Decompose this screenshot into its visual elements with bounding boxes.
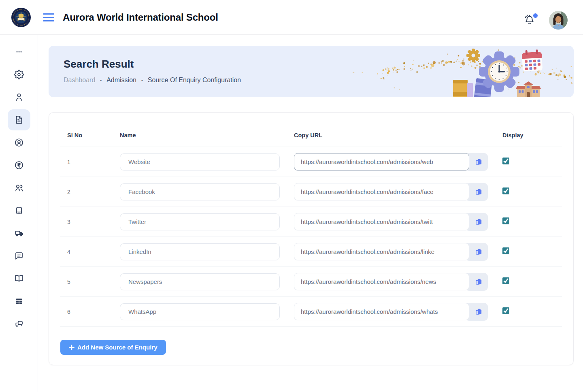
sidebar-item-profile[interactable] [8,87,30,108]
sidebar-item-fees[interactable] [8,155,30,176]
sidebar-item-admission[interactable] [8,109,30,130]
display-checkbox[interactable] [502,158,509,164]
tablet-icon [14,206,24,215]
small-gear-graphic [466,49,480,62]
column-header-display: Display [502,132,562,138]
page-title: Search Result [64,58,134,70]
sidebar [0,35,38,392]
page: Aurora World International School [0,0,583,392]
main-content: Search Result Dashboard • Admission • So… [49,46,574,365]
comment-icon [14,251,24,261]
file-document-icon [14,115,24,125]
add-new-source-label: Add New Source of Enquiry [77,344,157,351]
bus-icon [14,228,24,238]
sidebar-item-more[interactable] [8,41,30,62]
breadcrumb-admission: Admission [106,77,136,84]
breadcrumb-current: Source Of Enquiry Configuration [148,77,241,84]
menu-icon[interactable] [43,13,54,21]
column-header-copy-url: Copy URL [294,132,502,138]
users-icon [14,183,24,193]
school-crest-icon [11,7,31,28]
table-row: 6 [60,297,562,327]
display-checkbox[interactable] [502,217,509,224]
row-sl-no: 6 [60,309,120,315]
plus-icon [69,345,74,350]
sidebar-item-exams[interactable] [8,200,30,221]
breadcrumb-separator: • [100,78,102,83]
ellipsis-icon [14,47,24,57]
school-graphic [516,81,541,97]
top-header: Aurora World International School [0,0,583,35]
source-name-input[interactable] [120,213,280,230]
copy-icon [474,247,483,256]
user-circle-icon [14,138,24,147]
column-header-sl-no: Sl No [60,132,120,138]
sidebar-item-settings[interactable] [8,64,30,85]
page-banner: Search Result Dashboard • Admission • So… [49,46,574,97]
sidebar-item-library[interactable] [8,268,30,289]
source-of-enquiry-card: Sl No Name Copy URL Display 1 [49,112,574,365]
copy-icon [474,158,483,166]
school-logo [11,7,31,28]
display-checkbox[interactable] [502,307,509,314]
source-url-input[interactable] [294,243,469,260]
gear-clock-graphic [479,51,519,92]
row-sl-no: 4 [60,249,120,255]
breadcrumb: Dashboard • Admission • Source Of Enquir… [64,77,241,84]
rupee-icon [14,160,24,170]
source-url-input[interactable] [294,183,469,200]
display-checkbox[interactable] [502,187,509,194]
table-row: 5 [60,267,562,297]
display-checkbox[interactable] [502,247,509,254]
avatar-image [549,11,568,30]
sidebar-item-chat[interactable] [8,313,30,334]
avatar[interactable] [549,11,568,30]
source-name-input[interactable] [120,153,280,170]
chat-bubbles-icon [14,319,24,329]
app-title: Aurora World International School [63,12,218,23]
table-row: 2 [60,177,562,207]
notification-dot [533,13,538,18]
row-sl-no: 1 [60,159,120,165]
table-header: Sl No Name Copy URL Display [60,113,562,147]
breadcrumb-separator: • [141,78,143,83]
table-grid-icon [14,296,24,306]
breadcrumb-dashboard[interactable]: Dashboard [64,77,95,84]
source-url-input[interactable] [294,213,469,230]
banner-illustration [323,46,574,97]
column-header-name: Name [120,132,294,138]
row-sl-no: 2 [60,189,120,195]
copy-icon [474,307,483,316]
sidebar-item-timetable[interactable] [8,291,30,312]
open-book-icon [14,274,24,283]
sidebar-item-staff[interactable] [8,177,30,198]
user-icon [14,92,24,102]
display-checkbox[interactable] [502,277,509,284]
row-sl-no: 5 [60,279,120,285]
calendar-graphic [522,49,543,71]
source-name-input[interactable] [120,273,280,290]
gear-icon [14,70,24,79]
source-url-input[interactable] [294,303,469,320]
source-name-input[interactable] [120,243,280,260]
table-row: 4 [60,237,562,267]
add-new-source-button[interactable]: Add New Source of Enquiry [60,340,166,355]
sidebar-item-transport[interactable] [8,223,30,244]
source-url-input[interactable] [294,273,469,290]
source-name-input[interactable] [120,183,280,200]
notifications-button[interactable] [522,13,537,28]
sidebar-item-messages[interactable] [8,245,30,266]
table-row: 1 [60,147,562,177]
table-row: 3 [60,207,562,237]
row-sl-no: 3 [60,219,120,225]
source-name-input[interactable] [120,303,280,320]
sidebar-item-students[interactable] [8,132,30,153]
copy-icon [474,277,483,286]
source-url-input[interactable] [294,153,469,170]
copy-icon [474,187,483,196]
copy-icon [474,217,483,226]
